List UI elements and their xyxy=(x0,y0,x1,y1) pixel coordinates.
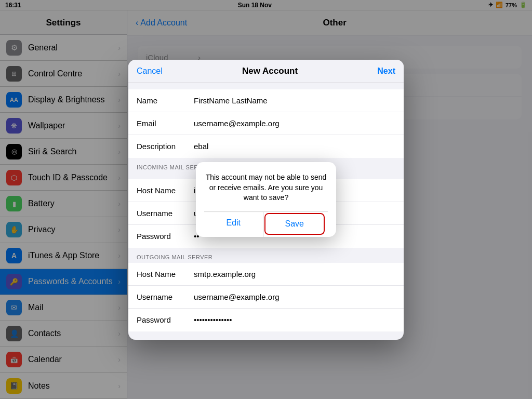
alert-dialog: This account may not be able to send or … xyxy=(196,162,336,237)
outgoing-password-value[interactable]: •••••••••••••• xyxy=(194,315,395,324)
alert-save-button[interactable]: Save xyxy=(264,213,325,235)
email-label: Email xyxy=(137,119,194,128)
modal-header: Cancel New Account Next xyxy=(128,60,404,83)
outgoing-section: Host Name smtp.example.org Username user… xyxy=(128,263,404,331)
incoming-password-label: Password xyxy=(137,232,194,241)
new-account-modal: Cancel New Account Next Name FirstName L… xyxy=(128,60,404,340)
name-row: Name FirstName LastName xyxy=(128,89,404,112)
name-value[interactable]: FirstName LastName xyxy=(194,96,395,105)
email-row: Email username@example.org xyxy=(128,112,404,135)
alert-edit-button[interactable]: Edit xyxy=(204,212,263,237)
modal-overlay: Cancel New Account Next Name FirstName L… xyxy=(0,0,532,399)
outgoing-header: OUTGOING MAIL SERVER xyxy=(128,248,404,263)
description-value[interactable]: ebal xyxy=(194,142,395,151)
outgoing-hostname-row: Host Name smtp.example.org xyxy=(128,263,404,286)
email-value[interactable]: username@example.org xyxy=(194,119,395,128)
next-button[interactable]: Next xyxy=(377,66,395,76)
outgoing-hostname-value[interactable]: smtp.example.org xyxy=(194,270,395,278)
modal-title: New Account xyxy=(242,66,298,76)
basic-fields-section: Name FirstName LastName Email username@e… xyxy=(128,89,404,158)
alert-message: This account may not be able to send or … xyxy=(204,172,328,211)
alert-buttons: Edit Save xyxy=(204,211,328,237)
outgoing-username-value[interactable]: username@example.org xyxy=(194,292,395,301)
incoming-hostname-label: Host Name xyxy=(137,186,194,195)
name-label: Name xyxy=(137,96,194,105)
description-label: Description xyxy=(137,142,194,151)
outgoing-username-label: Username xyxy=(137,292,194,301)
outgoing-hostname-label: Host Name xyxy=(137,270,194,278)
outgoing-password-row: Password •••••••••••••• xyxy=(128,309,404,331)
outgoing-password-label: Password xyxy=(137,315,194,324)
incoming-username-label: Username xyxy=(137,209,194,218)
cancel-button[interactable]: Cancel xyxy=(137,66,163,76)
outgoing-username-row: Username username@example.org xyxy=(128,286,404,309)
description-row: Description ebal xyxy=(128,135,404,158)
